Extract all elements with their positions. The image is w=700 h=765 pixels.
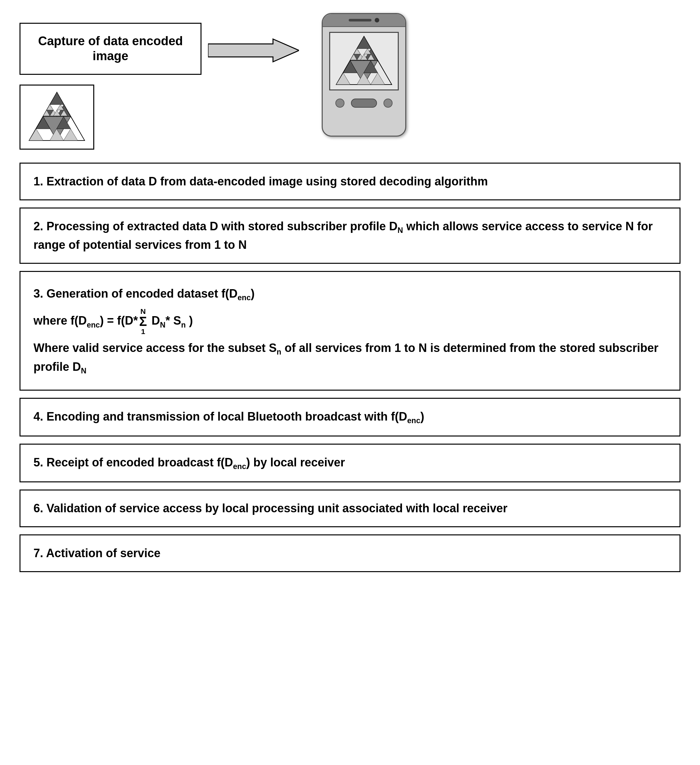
step-7-box: 7. Activation of service <box>19 534 681 572</box>
step-2-box: 2. Processing of extracted data D with s… <box>19 208 681 264</box>
step-1-text: 1. Extraction of data D from data-encode… <box>33 175 488 188</box>
svg-marker-11 <box>354 49 361 54</box>
capture-label-box: Capture of data encoded image <box>19 23 201 75</box>
svg-marker-25 <box>50 92 64 105</box>
capture-label-text: Capture of data encoded image <box>30 34 191 63</box>
device-button-left <box>335 99 344 108</box>
svg-marker-19 <box>371 73 385 85</box>
device-main-button <box>351 99 377 108</box>
step-6-text: 6. Validation of service access by local… <box>33 502 508 515</box>
step-3-line2: where f(Denc) = f(D*NΣ1 DN* Sn ) <box>33 308 667 336</box>
step-4-text: 4. Encoding and transmission of local Bl… <box>33 410 424 423</box>
step-3-box: 3. Generation of encoded dataset f(Denc)… <box>19 271 681 390</box>
step-5-box: 5. Receipt of encoded broadcast f(Denc) … <box>19 444 681 482</box>
right-arrow-icon <box>208 38 299 63</box>
svg-marker-6 <box>357 36 371 49</box>
fractal-image-box <box>19 85 94 150</box>
top-diagram-section: Capture of data encoded image <box>19 13 681 150</box>
step-2-text: 2. Processing of extracted data D with s… <box>33 220 653 252</box>
device-screen <box>329 32 399 90</box>
step-6-box: 6. Validation of service access by local… <box>19 490 681 527</box>
svg-marker-30 <box>47 104 53 110</box>
fractal-pattern-icon <box>28 90 86 145</box>
step-7-text: 7. Activation of service <box>33 546 160 560</box>
device-camera <box>375 18 379 22</box>
svg-marker-38 <box>64 129 78 140</box>
mobile-device-illustration <box>312 13 416 143</box>
screen-fractal-icon <box>335 33 393 89</box>
step-4-box: 4. Encoding and transmission of local Bl… <box>19 398 681 436</box>
step-3-content: 3. Generation of encoded dataset f(Denc)… <box>33 285 667 377</box>
step-5-text: 5. Receipt of encoded broadcast f(Denc) … <box>33 456 345 469</box>
step-1-box: 1. Extraction of data D from data-encode… <box>19 163 681 200</box>
device-controls <box>323 95 405 111</box>
device-speaker <box>349 19 372 22</box>
svg-marker-36 <box>29 129 43 140</box>
device-button-right <box>383 99 392 108</box>
svg-marker-0 <box>208 39 299 62</box>
step-3-line3: Where valid service access for the subse… <box>33 339 667 377</box>
arrow-container <box>208 38 299 63</box>
step-3-line1: 3. Generation of encoded dataset f(Denc) <box>33 285 667 304</box>
svg-marker-17 <box>336 73 350 85</box>
